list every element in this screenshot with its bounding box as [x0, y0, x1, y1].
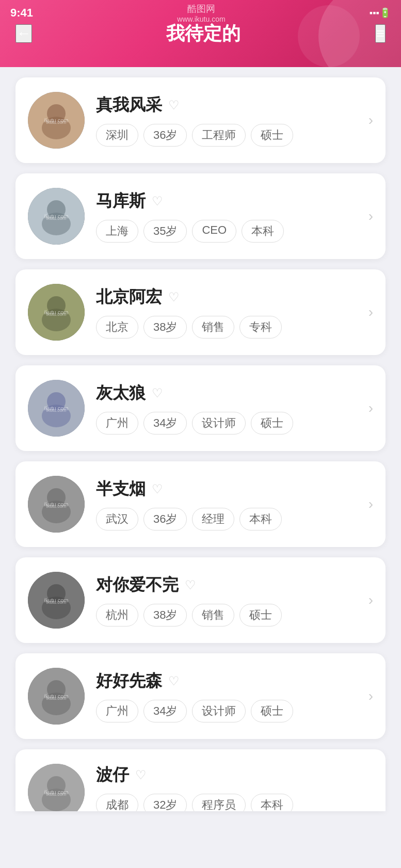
tag: 硕士: [251, 124, 293, 147]
avatar: ikutu.com ikutu.com: [28, 476, 85, 533]
tag: CEO: [192, 220, 236, 243]
tags-row: 深圳36岁工程师硕士: [96, 124, 357, 147]
profile-card[interactable]: ikutu.com ikutu.com 北京阿宏♡北京38岁销售专科›: [15, 269, 386, 355]
tag: 35岁: [143, 220, 187, 243]
tag: 广州: [96, 412, 138, 435]
svg-text:ikutu.com: ikutu.com: [46, 216, 67, 221]
status-time: 9:41: [10, 6, 33, 20]
card-content: 波仔♡成都32岁程序员本科: [96, 764, 373, 811]
profile-name: 半支烟: [96, 478, 146, 501]
heart-icon[interactable]: ♡: [152, 482, 163, 496]
chevron-right-icon: ›: [368, 496, 373, 512]
svg-text:ikutu.com: ikutu.com: [46, 792, 67, 797]
profile-list: ikutu.com ikutu.com 真我风采♡深圳36岁工程师硕士› iku…: [0, 67, 401, 822]
tag: 本科: [239, 508, 282, 531]
tag: 上海: [96, 220, 138, 243]
chevron-right-icon: ›: [368, 112, 373, 128]
avatar: ikutu.com ikutu.com: [28, 284, 85, 341]
tag: 38岁: [143, 316, 187, 339]
svg-text:ikutu.com: ikutu.com: [46, 120, 67, 125]
tag: 本科: [242, 220, 284, 243]
card-content: 半支烟♡武汉36岁经理本科: [96, 478, 357, 531]
chevron-right-icon: ›: [368, 208, 373, 224]
tag: 程序员: [192, 794, 246, 811]
profile-card[interactable]: ikutu.com ikutu.com 真我风采♡深圳36岁工程师硕士›: [15, 77, 386, 163]
tag: 硕士: [251, 700, 293, 722]
name-row: 半支烟♡: [96, 478, 357, 501]
tag: 武汉: [96, 508, 138, 531]
tags-row: 杭州38岁销售硕士: [96, 604, 357, 626]
name-row: 北京阿宏♡: [96, 286, 357, 309]
header: 9:41 酷图网 www.ikutu.com ▪▪▪🔋 ← 我待定的 ≡: [0, 0, 401, 67]
card-content: 对你爱不完♡杭州38岁销售硕士: [96, 574, 357, 626]
heart-icon[interactable]: ♡: [152, 386, 163, 400]
chevron-right-icon: ›: [368, 304, 373, 320]
tag: 本科: [251, 794, 293, 811]
heart-icon[interactable]: ♡: [185, 578, 196, 592]
status-bar: 9:41 酷图网 www.ikutu.com ▪▪▪🔋: [0, 0, 401, 26]
back-button[interactable]: ←: [15, 24, 32, 43]
profile-card[interactable]: ikutu.com ikutu.com 马库斯♡上海35岁CEO本科›: [15, 173, 386, 259]
name-row: 灰太狼♡: [96, 382, 357, 405]
card-content: 马库斯♡上海35岁CEO本科: [96, 190, 357, 243]
profile-card[interactable]: ikutu.com ikutu.com 波仔♡成都32岁程序员本科: [15, 749, 386, 811]
tag: 34岁: [143, 412, 187, 435]
tag: 硕士: [251, 412, 293, 435]
tag: 北京: [96, 316, 138, 339]
profile-name: 波仔: [96, 764, 129, 786]
heart-icon[interactable]: ♡: [152, 194, 163, 208]
tags-row: 广州34岁设计师硕士: [96, 700, 357, 722]
tags-row: 上海35岁CEO本科: [96, 220, 357, 243]
heart-icon[interactable]: ♡: [168, 290, 180, 304]
avatar: ikutu.com ikutu.com: [28, 668, 85, 725]
avatar: ikutu.com ikutu.com: [28, 188, 85, 245]
profile-name: 北京阿宏: [96, 286, 162, 309]
tag: 销售: [192, 604, 234, 626]
heart-icon[interactable]: ♡: [168, 674, 180, 688]
card-content: 好好先森♡广州34岁设计师硕士: [96, 670, 357, 722]
profile-name: 灰太狼: [96, 382, 146, 405]
watermark-center: 酷图网 www.ikutu.com: [177, 3, 225, 23]
tags-row: 武汉36岁经理本科: [96, 508, 357, 531]
profile-card[interactable]: ikutu.com ikutu.com 对你爱不完♡杭州38岁销售硕士›: [15, 557, 386, 643]
tag: 36岁: [143, 508, 187, 531]
avatar: ikutu.com ikutu.com: [28, 92, 85, 149]
profile-name: 好好先森: [96, 670, 162, 693]
name-row: 真我风采♡: [96, 94, 357, 117]
chevron-right-icon: ›: [368, 400, 373, 416]
profile-name: 马库斯: [96, 190, 146, 213]
tag: 广州: [96, 700, 138, 722]
tag: 工程师: [192, 124, 246, 147]
name-row: 马库斯♡: [96, 190, 357, 213]
tag: 硕士: [239, 604, 282, 626]
tag: 经理: [192, 508, 234, 531]
status-icons: ▪▪▪🔋: [370, 7, 391, 19]
card-content: 真我风采♡深圳36岁工程师硕士: [96, 94, 357, 147]
tag: 36岁: [143, 124, 187, 147]
tags-row: 广州34岁设计师硕士: [96, 412, 357, 435]
svg-text:ikutu.com: ikutu.com: [46, 312, 67, 317]
name-row: 波仔♡: [96, 764, 373, 786]
chevron-right-icon: ›: [368, 688, 373, 704]
profile-card[interactable]: ikutu.com ikutu.com 半支烟♡武汉36岁经理本科›: [15, 461, 386, 547]
avatar: ikutu.com ikutu.com: [28, 572, 85, 629]
menu-button[interactable]: ≡: [375, 24, 386, 43]
name-row: 对你爱不完♡: [96, 574, 357, 597]
tag: 深圳: [96, 124, 138, 147]
tag: 专科: [239, 316, 282, 339]
profile-card[interactable]: ikutu.com ikutu.com 灰太狼♡广州34岁设计师硕士›: [15, 365, 386, 451]
tag: 杭州: [96, 604, 138, 626]
heart-icon[interactable]: ♡: [135, 768, 147, 782]
profile-name: 对你爱不完: [96, 574, 179, 597]
tag: 销售: [192, 316, 234, 339]
tags-row: 成都32岁程序员本科: [96, 794, 373, 811]
profile-card[interactable]: ikutu.com ikutu.com 好好先森♡广州34岁设计师硕士›: [15, 653, 386, 739]
tags-row: 北京38岁销售专科: [96, 316, 357, 339]
svg-text:ikutu.com: ikutu.com: [46, 600, 67, 605]
chevron-right-icon: ›: [368, 592, 373, 608]
svg-text:ikutu.com: ikutu.com: [46, 696, 67, 701]
tag: 成都: [96, 794, 138, 811]
svg-text:ikutu.com: ikutu.com: [46, 504, 67, 509]
card-content: 灰太狼♡广州34岁设计师硕士: [96, 382, 357, 435]
heart-icon[interactable]: ♡: [168, 98, 180, 112]
